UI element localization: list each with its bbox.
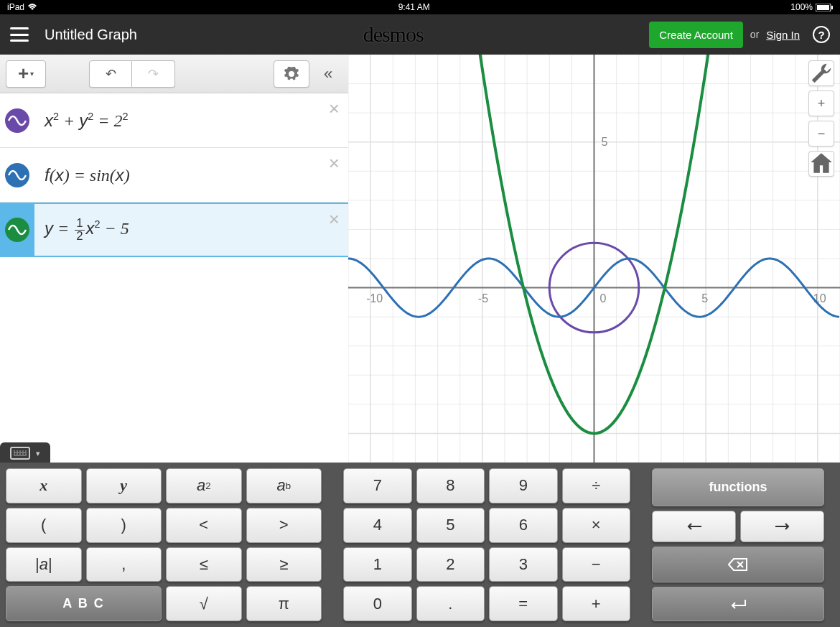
- arrow-right-icon: [774, 522, 791, 531]
- key-−[interactable]: −: [562, 547, 631, 582]
- collapse-panel-button[interactable]: «: [314, 60, 342, 88]
- key-4[interactable]: 4: [343, 508, 412, 543]
- battery-icon: [816, 4, 833, 11]
- key-7[interactable]: 7: [343, 468, 412, 503]
- home-icon: [809, 152, 834, 176]
- expression-toolbar: +▾ ↶ ↷ «: [0, 55, 348, 93]
- svg-text:-5: -5: [478, 292, 488, 305]
- or-text: or: [750, 29, 759, 40]
- key-enter[interactable]: [652, 587, 824, 621]
- svg-rect-1: [817, 5, 829, 10]
- create-account-button[interactable]: Create Account: [649, 22, 743, 48]
- key-2[interactable]: 2: [416, 547, 485, 582]
- help-icon[interactable]: ?: [813, 26, 830, 43]
- math-keyboard: xya2ab()<>|a|,≤≥A B C√π 789÷456×123−0.=+…: [0, 463, 840, 627]
- color-swatch-icon[interactable]: [5, 108, 29, 133]
- svg-rect-2: [831, 6, 833, 9]
- key-÷[interactable]: ÷: [562, 468, 631, 503]
- key-([interactable]: (: [6, 508, 82, 543]
- undo-button[interactable]: ↶: [89, 60, 132, 88]
- key-=[interactable]: =: [489, 586, 558, 621]
- key-8[interactable]: 8: [416, 468, 485, 503]
- key-)[interactable]: ): [86, 508, 162, 543]
- color-swatch-icon[interactable]: [5, 218, 29, 242]
- keyboard-icon: [10, 447, 30, 460]
- arrow-left-icon: [686, 522, 703, 531]
- key-arrow-right[interactable]: [740, 511, 824, 542]
- expression-panel: +▾ ↶ ↷ « x2 + y2 = 22 × f(x) = sin(x): [0, 55, 348, 463]
- graph-canvas[interactable]: -10-505105: [348, 55, 840, 463]
- graph-viewport[interactable]: -10-505105 + −: [348, 55, 840, 463]
- expression-row[interactable]: y = 12x2 − 5 ×: [0, 203, 348, 257]
- device-label: iPad: [7, 2, 24, 12]
- redo-button[interactable]: ↷: [132, 60, 175, 88]
- status-bar: iPad 9:41 AM 100%: [0, 0, 840, 14]
- menu-icon[interactable]: [10, 27, 29, 42]
- keyboard-toggle-button[interactable]: ▾: [0, 442, 50, 463]
- signin-link[interactable]: Sign In: [766, 29, 800, 41]
- key-5[interactable]: 5: [416, 508, 485, 543]
- graph-tools: + −: [808, 60, 834, 177]
- key-backspace[interactable]: [652, 547, 824, 582]
- key-≤[interactable]: ≤: [166, 547, 242, 582]
- zoom-in-button[interactable]: +: [808, 90, 834, 116]
- close-icon[interactable]: ×: [329, 98, 340, 120]
- backspace-icon: [728, 558, 748, 571]
- expression-input[interactable]: f(x) = sin(x): [34, 165, 348, 185]
- key-.[interactable]: .: [416, 586, 485, 621]
- expression-row[interactable]: f(x) = sin(x) ×: [0, 148, 348, 203]
- brand-logo: desmos: [137, 22, 649, 47]
- key-3[interactable]: 3: [489, 547, 558, 582]
- enter-icon: [728, 598, 748, 610]
- key->[interactable]: >: [246, 508, 322, 543]
- key-x[interactable]: x: [6, 468, 82, 503]
- zoom-out-button[interactable]: −: [808, 121, 834, 147]
- key-≥[interactable]: ≥: [246, 547, 322, 582]
- app-header: Untitled Graph desmos Create Account or …: [0, 14, 840, 55]
- home-button[interactable]: [808, 151, 834, 177]
- battery-pct: 100%: [790, 2, 813, 12]
- key-aᵇ[interactable]: ab: [246, 468, 322, 503]
- svg-text:0: 0: [600, 292, 607, 305]
- wrench-icon[interactable]: [808, 60, 834, 86]
- key-functions[interactable]: functions: [652, 468, 824, 506]
- key-y[interactable]: y: [86, 468, 162, 503]
- key-6[interactable]: 6: [489, 508, 558, 543]
- expression-input[interactable]: y = 12x2 − 5: [34, 218, 348, 243]
- close-icon[interactable]: ×: [329, 152, 340, 175]
- key-9[interactable]: 9: [489, 468, 558, 503]
- key-1[interactable]: 1: [343, 547, 412, 582]
- key-π[interactable]: π: [246, 586, 322, 621]
- svg-text:5: 5: [701, 292, 708, 305]
- key-A B C[interactable]: A B C: [6, 586, 162, 621]
- graph-title[interactable]: Untitled Graph: [45, 27, 137, 43]
- key-0[interactable]: 0: [343, 586, 412, 621]
- add-expression-button[interactable]: +▾: [6, 60, 46, 88]
- key-+[interactable]: +: [562, 586, 631, 621]
- wifi-icon: [27, 4, 37, 11]
- key-√[interactable]: √: [166, 586, 242, 621]
- svg-text:-10: -10: [366, 292, 383, 305]
- clock: 9:41 AM: [398, 2, 430, 12]
- close-icon[interactable]: ×: [329, 208, 340, 231]
- key-|a|[interactable]: |a|: [6, 547, 82, 582]
- key-arrow-left[interactable]: [652, 511, 736, 542]
- color-swatch-icon[interactable]: [5, 163, 29, 187]
- svg-text:5: 5: [602, 136, 608, 148]
- key-,[interactable]: ,: [86, 547, 162, 582]
- key-<[interactable]: <: [166, 508, 242, 543]
- key-a²[interactable]: a2: [166, 468, 242, 503]
- expression-row[interactable]: x2 + y2 = 22 ×: [0, 93, 348, 148]
- expression-list: x2 + y2 = 22 × f(x) = sin(x) × y = 12x2 …: [0, 93, 348, 463]
- key-×[interactable]: ×: [562, 508, 631, 543]
- gear-icon: [284, 67, 299, 81]
- expression-input[interactable]: x2 + y2 = 22: [34, 111, 348, 131]
- settings-button[interactable]: [274, 60, 309, 88]
